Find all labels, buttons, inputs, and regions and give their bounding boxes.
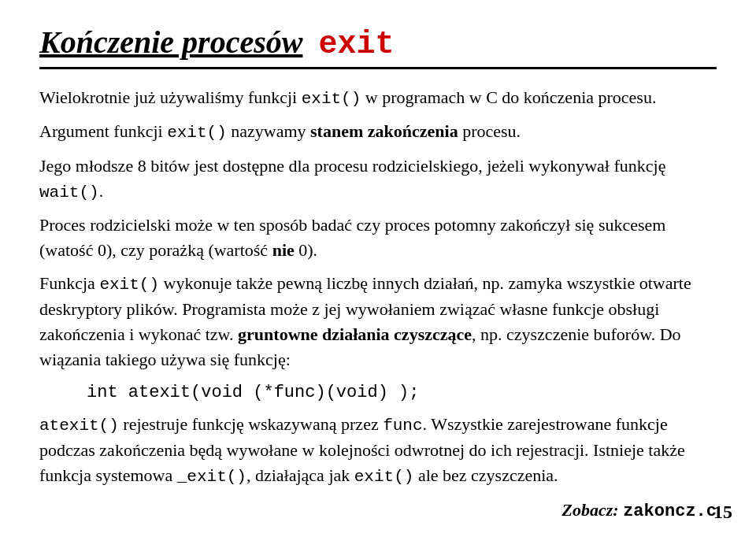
paragraph-after-code: atexit() rejestruje funkcję wskazywaną p… xyxy=(39,412,717,490)
body-content: Wielokrotnie już używaliśmy funkcji exit… xyxy=(39,85,717,524)
paragraph-1: Wielokrotnie już używaliśmy funkcji exit… xyxy=(39,85,717,111)
inline-code-exit2: exit() xyxy=(167,124,227,142)
see-also-label: Zobacz: xyxy=(562,500,619,520)
inline-code-func: func xyxy=(383,417,422,435)
paragraph-5: Funkcja exit() wykonuje także pewną licz… xyxy=(39,271,717,372)
slide-title: Kończenie procesów xyxy=(39,24,302,61)
page-number: 15 xyxy=(713,502,732,523)
inline-code-atexit: atexit() xyxy=(39,417,119,435)
paragraph-3: Jego młodsze 8 bitów jest dostępne dla p… xyxy=(39,154,717,205)
inline-code-exit1: exit() xyxy=(302,90,361,108)
paragraph-2: Argument funkcji exit() nazywamy stanem … xyxy=(39,119,717,145)
inline-code-exit-sys: _exit() xyxy=(177,468,246,486)
code-block-atexit: int atexit(void (*func)(void) ); xyxy=(87,380,717,406)
title-keyword: exit xyxy=(318,27,394,62)
title-row: Kończenie procesów exit xyxy=(39,24,717,69)
bold-stanem: stanem zakończenia xyxy=(310,121,458,141)
code-line: int atexit(void (*func)(void) ); xyxy=(87,383,419,402)
slide-container: Kończenie procesów exit Wielokrotnie już… xyxy=(0,0,756,537)
inline-code-exit4: exit() xyxy=(354,468,414,486)
bold-gruntowne: gruntowne działania czyszczące xyxy=(238,324,472,344)
see-also-row: Zobacz: zakoncz.c xyxy=(39,498,717,524)
bold-nie: nie xyxy=(272,240,295,260)
inline-code-exit3: exit() xyxy=(99,276,159,294)
inline-code-wait: wait() xyxy=(39,183,99,202)
see-also-file: zakoncz.c xyxy=(623,502,717,521)
paragraph-4: Proces rodzicielski może w ten sposób ba… xyxy=(39,213,717,263)
